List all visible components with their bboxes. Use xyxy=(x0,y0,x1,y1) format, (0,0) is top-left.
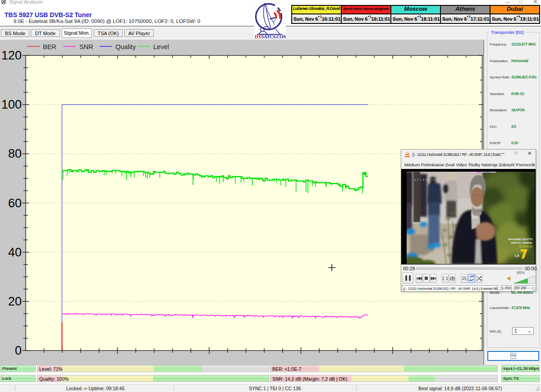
svg-text:0: 0 xyxy=(15,344,22,357)
svg-text:ATLANTIDE: ATLANTIDE xyxy=(414,178,440,181)
svg-text:80: 80 xyxy=(8,147,22,160)
svg-text:DXSATCS.COM: DXSATCS.COM xyxy=(255,34,286,39)
svg-text:100: 100 xyxy=(1,98,22,111)
svg-text:SNR: SNR xyxy=(79,43,93,50)
svg-text:40: 40 xyxy=(8,246,22,259)
svg-text:NON È L'ARENA: NON È L'ARENA xyxy=(511,241,533,244)
svg-text:LA: LA xyxy=(515,254,520,258)
svg-text:60: 60 xyxy=(8,196,22,210)
svg-text:20: 20 xyxy=(8,295,22,308)
svg-text:MASSIMO GILETTI: MASSIMO GILETTI xyxy=(509,238,533,241)
svg-text:ALLE 21.15: ALLE 21.15 xyxy=(519,245,532,248)
svg-text:Quality: Quality xyxy=(115,43,136,50)
svg-text:120: 120 xyxy=(1,49,22,62)
svg-text:BER: BER xyxy=(43,43,56,50)
svg-text:Level: Level xyxy=(153,43,169,50)
